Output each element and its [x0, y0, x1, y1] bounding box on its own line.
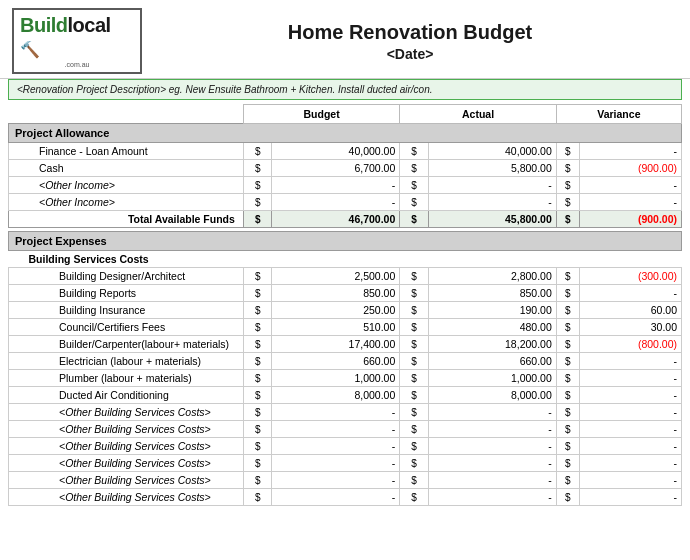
expense-row-0: Building Designer/Architect $ 2,500.00 $… [9, 268, 682, 285]
expense-label-10: <Other Building Services Costs> [9, 438, 244, 455]
actual-0: 40,000.00 [428, 143, 556, 160]
total-label: Total Available Funds [9, 211, 244, 228]
expense-row-1: Building Reports $ 850.00 $ 850.00 $ - [9, 285, 682, 302]
allowance-row-other2: <Other Income> $ - $ - $ - [9, 194, 682, 211]
expense-label-0: Building Designer/Architect [9, 268, 244, 285]
expense-row-5: Electrician (labour + materials) $ 660.0… [9, 353, 682, 370]
expense-row-3: Council/Certifiers Fees $ 510.00 $ 480.0… [9, 319, 682, 336]
section-project-expenses: Project Expenses [9, 232, 682, 251]
budget-0: 40,000.00 [272, 143, 400, 160]
logo-text: Buildlocal 🔨 [20, 14, 111, 59]
col-label [9, 105, 244, 124]
expense-label-7: Ducted Air Conditioning [9, 387, 244, 404]
title-area: Home Renovation Budget <Date> [142, 21, 678, 62]
expense-label-11: <Other Building Services Costs> [9, 455, 244, 472]
subsection-building-services: Building Services Costs [9, 251, 682, 268]
budget-table: Budget Actual Variance Project Allowance… [8, 104, 682, 506]
allowance-row-other1: <Other Income> $ - $ - $ - [9, 177, 682, 194]
budget-table-wrap: Budget Actual Variance Project Allowance… [8, 104, 682, 506]
expense-label-1: Building Reports [9, 285, 244, 302]
variance-0: - [579, 143, 681, 160]
header: Buildlocal 🔨 .com.au Home Renovation Bud… [0, 0, 690, 79]
hammer-icon: 🔨 [20, 41, 40, 58]
expense-label-3: Council/Certifiers Fees [9, 319, 244, 336]
col-budget: Budget [243, 105, 399, 124]
expense-row-2: Building Insurance $ 250.00 $ 190.00 $ 6… [9, 302, 682, 319]
expense-row-12: <Other Building Services Costs> $ - $ - … [9, 472, 682, 489]
allowance-label-other2: <Other Income> [9, 194, 244, 211]
expense-row-11: <Other Building Services Costs> $ - $ - … [9, 455, 682, 472]
allowance-row-cash: Cash $ 6,700.00 $ 5,800.00 $ (900.00) [9, 160, 682, 177]
sign-b-0: $ [243, 143, 272, 160]
expense-label-6: Plumber (labour + materials) [9, 370, 244, 387]
expense-row-4: Builder/Carpenter(labour+ materials) $ 1… [9, 336, 682, 353]
logo-build: Build [20, 14, 68, 36]
sign-a-0: $ [400, 143, 429, 160]
main-title: Home Renovation Budget [142, 21, 678, 44]
logo-area: Buildlocal 🔨 .com.au [12, 8, 142, 74]
expense-row-9: <Other Building Services Costs> $ - $ - … [9, 421, 682, 438]
expense-label-8: <Other Building Services Costs> [9, 404, 244, 421]
expense-row-6: Plumber (labour + materials) $ 1,000.00 … [9, 370, 682, 387]
expense-label-5: Electrician (labour + materials) [9, 353, 244, 370]
allowance-label-cash: Cash [9, 160, 244, 177]
section-project-allowance: Project Allowance [9, 124, 682, 143]
logo-box: Buildlocal 🔨 .com.au [12, 8, 142, 74]
expense-label-12: <Other Building Services Costs> [9, 472, 244, 489]
logo-local: local [68, 14, 111, 36]
expense-label-2: Building Insurance [9, 302, 244, 319]
total-available-funds-row: Total Available Funds $ 46,700.00 $ 45,8… [9, 211, 682, 228]
expense-label-13: <Other Building Services Costs> [9, 489, 244, 506]
expense-label-9: <Other Building Services Costs> [9, 421, 244, 438]
allowance-row-finance: Finance - Loan Amount $ 40,000.00 $ 40,0… [9, 143, 682, 160]
expense-row-13: <Other Building Services Costs> $ - $ - … [9, 489, 682, 506]
column-headers: Budget Actual Variance [9, 105, 682, 124]
col-actual: Actual [400, 105, 556, 124]
expense-row-7: Ducted Air Conditioning $ 8,000.00 $ 8,0… [9, 387, 682, 404]
sign-v-0: $ [556, 143, 579, 160]
project-description: <Renovation Project Description> eg. New… [8, 79, 682, 100]
date-placeholder: <Date> [142, 46, 678, 62]
logo-sub: .com.au [20, 61, 134, 68]
expense-label-4: Builder/Carpenter(labour+ materials) [9, 336, 244, 353]
allowance-label-other1: <Other Income> [9, 177, 244, 194]
expense-row-8: <Other Building Services Costs> $ - $ - … [9, 404, 682, 421]
col-variance: Variance [556, 105, 681, 124]
allowance-label-finance: Finance - Loan Amount [9, 143, 244, 160]
expense-row-10: <Other Building Services Costs> $ - $ - … [9, 438, 682, 455]
